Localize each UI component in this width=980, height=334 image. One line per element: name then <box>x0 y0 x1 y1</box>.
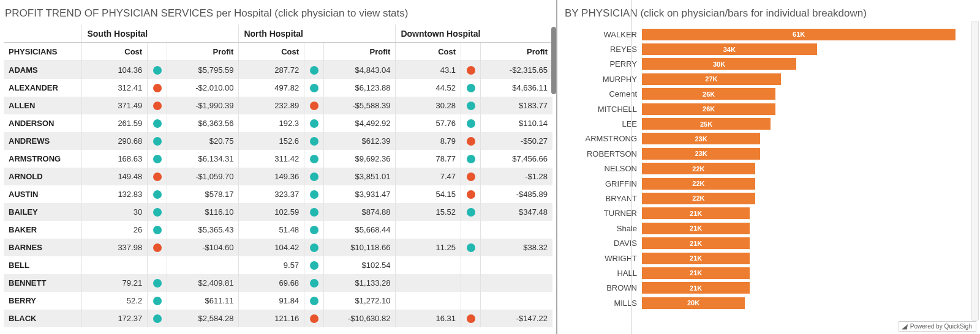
physician-bar-chart[interactable]: WALKER61KREYES34KPERRY30KMURPHY27KCement… <box>564 24 976 310</box>
table-row[interactable]: ALEXANDER312.41-$2,010.00497.82$6,123.88… <box>4 79 552 97</box>
bar[interactable]: 61K <box>642 29 956 40</box>
bar-label: GRIFFIN <box>564 179 642 188</box>
bar[interactable]: 22K <box>642 163 755 174</box>
table-row[interactable]: ADAMS104.36$5,795.59287.72$4,843.0443.1-… <box>4 61 552 80</box>
bar-value: 21K <box>690 210 702 217</box>
positive-indicator-icon <box>310 279 318 288</box>
bar-row[interactable]: Cement26K <box>564 87 976 102</box>
col-cost[interactable]: Cost <box>82 43 148 61</box>
bar-value: 21K <box>690 284 702 292</box>
bar-value: 27K <box>705 75 717 83</box>
bar-row[interactable]: NELSON22K <box>564 161 976 176</box>
col-profit[interactable]: Profit <box>324 43 396 61</box>
bar-label: REYES <box>564 45 642 54</box>
table-row[interactable]: ALLEN371.49-$1,990.39232.89-$5,588.3930.… <box>4 97 552 114</box>
bar-value: 25K <box>700 121 712 128</box>
bar-row[interactable]: MITCHELL26K <box>564 102 976 116</box>
bar-row[interactable]: TURNER21K <box>564 206 976 221</box>
bar[interactable]: 21K <box>642 237 750 249</box>
table-row[interactable]: BELL9.57$102.54 <box>4 256 552 274</box>
hospital-header[interactable]: South Hospital <box>82 24 239 43</box>
positive-indicator-icon <box>153 208 162 217</box>
bar[interactable]: 34K <box>642 43 817 55</box>
col-cost[interactable]: Cost <box>239 43 304 61</box>
bar[interactable]: 21K <box>642 253 750 264</box>
col-physicians[interactable]: PHYSICIANS <box>4 43 82 61</box>
bar-value: 26K <box>703 91 715 98</box>
bar-value: 21K <box>690 240 702 247</box>
bar[interactable]: 22K <box>642 193 755 204</box>
col-profit[interactable]: Profit <box>481 43 552 61</box>
negative-indicator-icon <box>153 102 162 110</box>
table-row[interactable]: BERRY52.2$611.1191.84$1,272.10 <box>4 292 552 310</box>
table-row[interactable]: ARNOLD149.48-$1,059.70149.36$3,851.017.4… <box>4 168 552 185</box>
bar-label: Shale <box>564 224 642 233</box>
bar[interactable]: 25K <box>642 118 771 130</box>
bar[interactable]: 26K <box>642 88 775 100</box>
bar-row[interactable]: MILLS20K <box>564 295 976 310</box>
table-row[interactable]: ANDREWS290.68$20.75152.6$612.398.79-$50.… <box>4 132 552 150</box>
bar[interactable]: 30K <box>642 58 796 70</box>
table-row[interactable]: BARNES337.98-$104.60104.42$10,118.6611.2… <box>4 239 552 256</box>
bar[interactable]: 23K <box>642 148 760 160</box>
bar-label: Cement <box>564 89 642 98</box>
table-row[interactable]: AUSTIN132.83$578.17323.37$3,931.4754.15-… <box>4 185 552 203</box>
bar[interactable]: 21K <box>642 267 750 279</box>
col-cost[interactable]: Cost <box>396 43 461 61</box>
bar-value: 20K <box>687 299 699 306</box>
negative-indicator-icon <box>153 243 162 252</box>
table-row[interactable]: ANDERSON261.59$6,363.56192.3$4,492.9257.… <box>4 114 552 132</box>
bar-value: 34K <box>723 46 736 53</box>
bar-row[interactable]: REYES34K <box>564 42 976 56</box>
positive-indicator-icon <box>310 84 318 92</box>
bar-row[interactable]: WRIGHT21K <box>564 251 976 265</box>
bar-row[interactable]: MURPHY27K <box>564 72 976 86</box>
positive-indicator-icon <box>310 226 318 234</box>
chart-scrollbar[interactable] <box>971 21 979 321</box>
bar-row[interactable]: HALL21K <box>564 265 976 280</box>
bar-row[interactable]: ROBERTSON23K <box>564 146 976 161</box>
bar-row[interactable]: ARMSTRONG23K <box>564 132 976 146</box>
positive-indicator-icon <box>310 173 318 181</box>
table-row[interactable]: BENNETT79.21$2,409.8169.68$1,133.28 <box>4 274 552 292</box>
negative-indicator-icon <box>310 102 318 110</box>
bar-row[interactable]: LEE25K <box>564 116 976 131</box>
bar-row[interactable]: WALKER61K <box>564 27 976 42</box>
table-row[interactable]: BAILEY30$116.10102.59$874.8815.52$347.48 <box>4 203 552 221</box>
bar-row[interactable]: GRIFFIN22K <box>564 176 976 191</box>
positive-indicator-icon <box>310 243 318 252</box>
bar[interactable]: 21K <box>642 207 750 219</box>
negative-indicator-icon <box>467 137 475 146</box>
bar[interactable]: 21K <box>642 223 750 234</box>
bar-value: 22K <box>692 165 704 173</box>
positive-indicator-icon <box>153 314 162 323</box>
negative-indicator-icon <box>153 173 162 181</box>
bar-row[interactable]: BRYANT22K <box>564 191 976 206</box>
table-row[interactable]: BAKER26$5,365.4351.48$5,668.44 <box>4 221 552 239</box>
by-physician-panel: BY PHYSICIAN (click on physician/bars fo… <box>557 0 980 334</box>
table-scrollbar[interactable] <box>551 27 556 94</box>
bar[interactable]: 22K <box>642 178 755 190</box>
bar-value: 30K <box>713 61 725 68</box>
bar[interactable]: 26K <box>642 103 775 115</box>
quicksight-icon: ◢ <box>902 323 908 330</box>
bar[interactable]: 23K <box>642 133 760 144</box>
table-row[interactable]: ARMSTRONG168.63$6,134.31311.42$9,692.367… <box>4 150 552 168</box>
table-row[interactable]: BLACK172.37$2,584.28121.16-$10,630.8216.… <box>4 310 552 327</box>
bar[interactable]: 21K <box>642 282 750 294</box>
physician-table[interactable]: South Hospital North Hospital Downtown H… <box>4 24 552 327</box>
hospital-header[interactable]: North Hospital <box>239 24 396 43</box>
bar-row[interactable]: BROWN21K <box>564 281 976 295</box>
bar-label: NELSON <box>564 164 642 173</box>
positive-indicator-icon <box>467 208 475 217</box>
bar-row[interactable]: Shale21K <box>564 221 976 236</box>
positive-indicator-icon <box>310 119 318 128</box>
bar[interactable]: 27K <box>642 73 781 85</box>
positive-indicator-icon <box>153 66 162 75</box>
negative-indicator-icon <box>467 173 475 181</box>
col-profit[interactable]: Profit <box>167 43 239 61</box>
hospital-header[interactable]: Downtown Hospital <box>396 24 552 43</box>
bar[interactable]: 20K <box>642 297 745 309</box>
bar-row[interactable]: PERRY30K <box>564 57 976 72</box>
bar-row[interactable]: DAVIS21K <box>564 236 976 250</box>
